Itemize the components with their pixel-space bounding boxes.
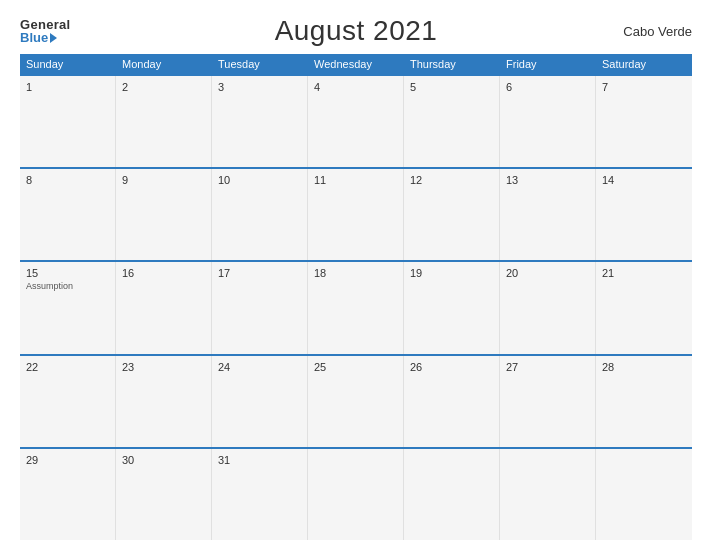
col-tuesday: Tuesday [212, 54, 308, 74]
cal-cell-1-4: 4 [308, 76, 404, 167]
day-number: 29 [26, 454, 109, 466]
day-number: 8 [26, 174, 109, 186]
day-number: 24 [218, 361, 301, 373]
cal-cell-5-1: 29 [20, 449, 116, 540]
logo: General Blue [20, 18, 71, 44]
cal-cell-5-2: 30 [116, 449, 212, 540]
col-saturday: Saturday [596, 54, 692, 74]
cal-cell-4-1: 22 [20, 356, 116, 447]
day-number: 15 [26, 267, 109, 279]
cal-cell-3-6: 20 [500, 262, 596, 353]
cal-cell-1-5: 5 [404, 76, 500, 167]
header: General Blue August 2021 Cabo Verde [20, 18, 692, 44]
day-number: 28 [602, 361, 686, 373]
calendar-page: General Blue August 2021 Cabo Verde Sund… [0, 0, 712, 550]
day-number: 31 [218, 454, 301, 466]
col-thursday: Thursday [404, 54, 500, 74]
cal-cell-4-3: 24 [212, 356, 308, 447]
calendar-header: Sunday Monday Tuesday Wednesday Thursday… [20, 54, 692, 74]
day-number: 30 [122, 454, 205, 466]
week-row-4: 22232425262728 [20, 354, 692, 447]
cal-cell-5-3: 31 [212, 449, 308, 540]
cal-cell-1-6: 6 [500, 76, 596, 167]
cal-cell-1-7: 7 [596, 76, 692, 167]
cal-cell-3-4: 18 [308, 262, 404, 353]
week-row-3: 15Assumption161718192021 [20, 260, 692, 353]
day-number: 27 [506, 361, 589, 373]
week-row-5: 293031 [20, 447, 692, 540]
day-number: 9 [122, 174, 205, 186]
holiday-label: Assumption [26, 281, 109, 291]
day-number: 16 [122, 267, 205, 279]
day-number: 13 [506, 174, 589, 186]
day-number: 2 [122, 81, 205, 93]
cal-cell-4-2: 23 [116, 356, 212, 447]
cal-cell-3-2: 16 [116, 262, 212, 353]
cal-cell-2-5: 12 [404, 169, 500, 260]
day-number: 7 [602, 81, 686, 93]
day-number: 3 [218, 81, 301, 93]
cal-cell-5-4 [308, 449, 404, 540]
weeks-container: 123456789101112131415Assumption161718192… [20, 74, 692, 540]
cal-cell-4-5: 26 [404, 356, 500, 447]
cal-cell-2-2: 9 [116, 169, 212, 260]
logo-triangle-icon [50, 33, 57, 43]
cal-cell-4-6: 27 [500, 356, 596, 447]
cal-cell-2-4: 11 [308, 169, 404, 260]
cal-cell-4-4: 25 [308, 356, 404, 447]
col-monday: Monday [116, 54, 212, 74]
cal-cell-1-2: 2 [116, 76, 212, 167]
day-number: 5 [410, 81, 493, 93]
cal-cell-5-7 [596, 449, 692, 540]
day-number: 26 [410, 361, 493, 373]
cal-cell-2-7: 14 [596, 169, 692, 260]
cal-cell-4-7: 28 [596, 356, 692, 447]
cal-cell-1-1: 1 [20, 76, 116, 167]
day-number: 20 [506, 267, 589, 279]
day-number: 21 [602, 267, 686, 279]
day-number: 11 [314, 174, 397, 186]
logo-blue-text: Blue [20, 31, 71, 44]
cal-cell-3-7: 21 [596, 262, 692, 353]
cal-cell-2-3: 10 [212, 169, 308, 260]
day-number: 18 [314, 267, 397, 279]
cal-cell-5-6 [500, 449, 596, 540]
day-number: 23 [122, 361, 205, 373]
day-number: 4 [314, 81, 397, 93]
col-wednesday: Wednesday [308, 54, 404, 74]
calendar: Sunday Monday Tuesday Wednesday Thursday… [20, 54, 692, 540]
cal-cell-5-5 [404, 449, 500, 540]
day-number: 6 [506, 81, 589, 93]
week-row-2: 891011121314 [20, 167, 692, 260]
day-number: 17 [218, 267, 301, 279]
country-name: Cabo Verde [623, 24, 692, 39]
day-number: 12 [410, 174, 493, 186]
day-number: 1 [26, 81, 109, 93]
month-title: August 2021 [275, 15, 438, 47]
cal-cell-2-1: 8 [20, 169, 116, 260]
day-number: 10 [218, 174, 301, 186]
day-number: 22 [26, 361, 109, 373]
cal-cell-3-1: 15Assumption [20, 262, 116, 353]
day-number: 25 [314, 361, 397, 373]
cal-cell-1-3: 3 [212, 76, 308, 167]
week-row-1: 1234567 [20, 74, 692, 167]
cal-cell-3-5: 19 [404, 262, 500, 353]
day-number: 19 [410, 267, 493, 279]
day-number: 14 [602, 174, 686, 186]
cal-cell-2-6: 13 [500, 169, 596, 260]
col-sunday: Sunday [20, 54, 116, 74]
col-friday: Friday [500, 54, 596, 74]
cal-cell-3-3: 17 [212, 262, 308, 353]
